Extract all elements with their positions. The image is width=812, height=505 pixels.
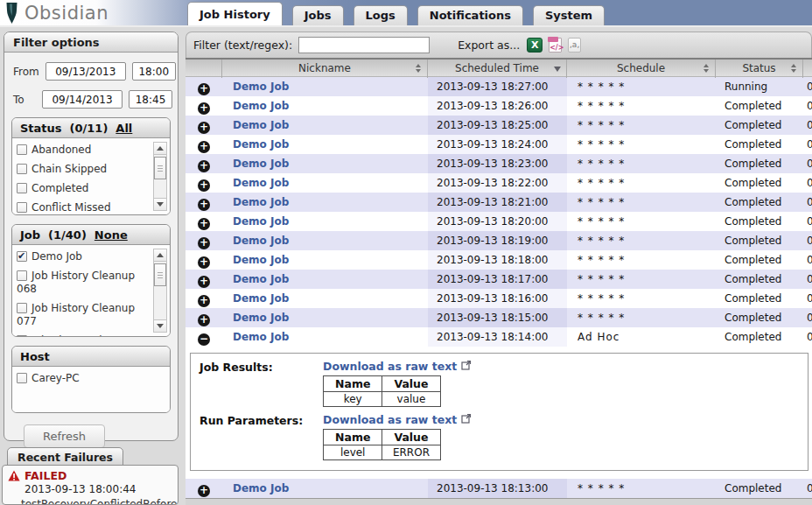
expand-row-icon[interactable]: +	[198, 276, 210, 288]
download-raw-text-link[interactable]: Download as raw text	[323, 413, 457, 426]
tab-logs[interactable]: Logs	[354, 5, 408, 25]
job-nickname-link[interactable]: Demo Job	[233, 235, 289, 247]
schedule-cell: * * * * *	[567, 96, 716, 116]
nickname-cell: Demo Job	[222, 116, 428, 135]
column-header-schedule[interactable]: Schedule	[567, 60, 716, 78]
expand-cell: +	[186, 135, 222, 154]
expand-row-icon[interactable]: +	[198, 314, 210, 326]
expand-row-icon[interactable]: +	[198, 295, 210, 307]
job-nickname-link[interactable]: Demo Job	[233, 119, 289, 131]
table-row: +Demo Job2013-09-13 18:25:00* * * * *Com…	[186, 116, 812, 135]
job-nickname-link[interactable]: Demo Job	[233, 81, 289, 93]
refresh-button[interactable]: Refresh	[24, 424, 105, 448]
job-nickname-link[interactable]: Demo Job	[233, 292, 289, 305]
expand-row-icon[interactable]: +	[198, 256, 210, 269]
scroll-up-button[interactable]	[154, 249, 166, 262]
details-table-header: Value	[382, 376, 440, 392]
to-date-input[interactable]	[42, 90, 122, 109]
nickname-cell: Demo Job	[222, 135, 428, 154]
arrow-up-icon	[157, 146, 164, 151]
status-cell: Completed	[716, 479, 803, 498]
status-list-scrollbar[interactable]	[153, 142, 167, 211]
job-nickname-link[interactable]: Demo Job	[233, 254, 289, 266]
job-list-scrollbar[interactable]	[153, 249, 167, 333]
checkbox[interactable]	[17, 335, 27, 336]
export-excel-icon[interactable]: X	[527, 38, 542, 53]
checkbox[interactable]	[17, 373, 27, 383]
job-nickname-link[interactable]: Demo Job	[233, 215, 289, 228]
column-header-scheduled-time[interactable]: Scheduled Time	[428, 60, 567, 78]
job-nickname-link[interactable]: Demo Job	[233, 138, 289, 151]
tab-job-history[interactable]: Job History	[187, 2, 283, 25]
job-nickname-link[interactable]: Demo Job	[233, 177, 289, 189]
expand-row-icon[interactable]: +	[198, 141, 210, 153]
job-table-header: Nickname Scheduled Time Schedule Status	[186, 58, 812, 77]
checkbox-checked[interactable]	[17, 251, 27, 262]
expand-row-icon[interactable]: +	[198, 485, 210, 497]
tab-jobs[interactable]: Jobs	[292, 5, 344, 25]
job-nickname-link[interactable]: Demo Job	[233, 158, 289, 170]
details-section-label: Run Parameters:	[200, 413, 323, 466]
expand-row-icon[interactable]: +	[198, 179, 210, 192]
expand-cell: −	[186, 327, 222, 347]
checkbox[interactable]	[17, 270, 27, 281]
table-row: +Demo Job2013-09-13 18:17:00* * * * *Com…	[186, 270, 812, 289]
scroll-down-button[interactable]	[154, 198, 166, 210]
status-cell: Completed	[716, 308, 803, 327]
table-filter-input[interactable]	[298, 37, 430, 53]
schedule-cell: * * * * *	[567, 173, 716, 193]
expand-row-icon[interactable]: +	[198, 102, 210, 115]
download-raw-text-link[interactable]: Download as raw text	[323, 360, 457, 373]
expand-row-icon[interactable]: +	[198, 199, 210, 211]
tab-system[interactable]: System	[533, 5, 605, 25]
schedule-cell: * * * * *	[567, 212, 716, 231]
job-nickname-link[interactable]: Demo Job	[233, 331, 289, 343]
scheduled-time-cell: 2013-09-13 18:24:00	[428, 135, 567, 154]
failure-job-name[interactable]: testRecoveryConflictedBeforeB	[21, 498, 172, 505]
column-header-status[interactable]: Status	[716, 60, 803, 78]
host-option-label: Carey-PC	[32, 372, 80, 384]
from-date-input[interactable]	[46, 62, 126, 81]
checkbox[interactable]	[17, 202, 27, 213]
job-nickname-link[interactable]: Demo Job	[233, 100, 289, 112]
expand-row-icon[interactable]: +	[198, 122, 210, 134]
filter-options-title: Filter options	[4, 32, 178, 53]
scroll-up-button[interactable]	[154, 143, 166, 155]
export-xml-icon[interactable]: </>	[549, 38, 562, 53]
status-select-all-link[interactable]: All	[116, 122, 132, 135]
status-cell: Completed	[716, 173, 803, 193]
expand-cell: +	[186, 154, 222, 173]
collapse-row-icon[interactable]: −	[198, 333, 210, 346]
job-nickname-link[interactable]: Demo Job	[233, 312, 289, 324]
expand-row-icon[interactable]: +	[198, 218, 210, 230]
scheduled-time-cell: 2013-09-13 18:18:00	[428, 250, 567, 270]
checkbox[interactable]	[17, 164, 27, 174]
job-nickname-link[interactable]: Demo Job	[233, 482, 289, 494]
expand-row-icon[interactable]: +	[198, 160, 210, 172]
checkbox[interactable]	[17, 303, 27, 313]
job-nickname-link[interactable]: Demo Job	[233, 196, 289, 208]
expanded-details-row: Job Results:Download as raw textNameValu…	[186, 347, 812, 479]
column-header-nickname[interactable]: Nickname	[222, 60, 428, 78]
job-title: Job	[20, 228, 40, 242]
job-select-none-link[interactable]: None	[94, 228, 128, 242]
expand-row-icon[interactable]: +	[198, 83, 210, 95]
expand-row-icon[interactable]: +	[198, 237, 210, 249]
scroll-down-button[interactable]	[154, 319, 166, 332]
scroll-thumb[interactable]	[154, 157, 166, 179]
checkbox[interactable]	[17, 144, 27, 155]
scheduled-time-cell: 2013-09-13 18:22:00	[428, 173, 567, 193]
scroll-thumb[interactable]	[154, 263, 166, 286]
details-table-cell: value	[382, 392, 440, 407]
job-nickname-link[interactable]: Demo Job	[233, 273, 289, 285]
checkbox[interactable]	[17, 183, 27, 193]
schedule-cell: * * * * *	[567, 308, 716, 327]
expand-cell: +	[186, 479, 222, 498]
from-time-input[interactable]	[132, 62, 176, 81]
export-csv-icon[interactable]: ,a,	[568, 38, 581, 53]
details-table-header: Value	[382, 430, 440, 445]
host-filter-list: Carey-PC	[12, 367, 170, 412]
tab-notifications[interactable]: Notifications	[417, 5, 523, 25]
to-time-input[interactable]	[129, 90, 172, 109]
arrow-down-icon	[157, 324, 164, 328]
